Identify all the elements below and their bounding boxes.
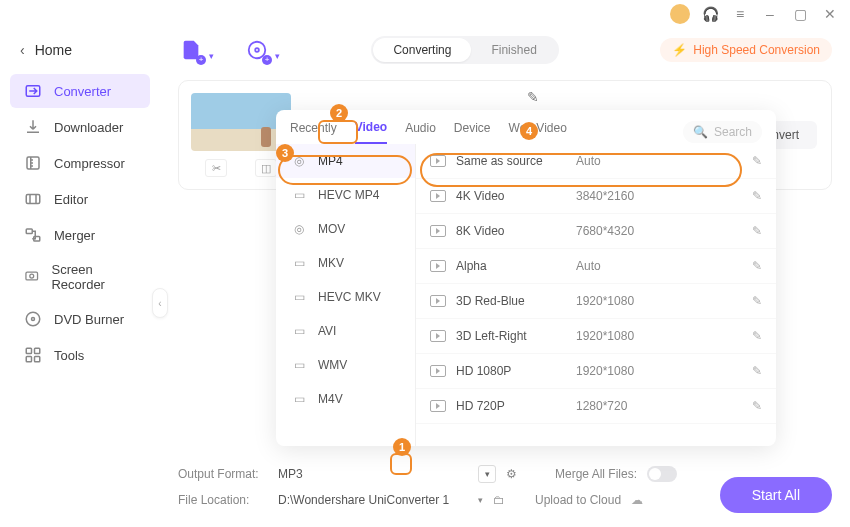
seg-converting[interactable]: Converting [373,38,471,62]
chevron-down-icon: ▾ [209,51,214,61]
sidebar-item-screen-recorder[interactable]: Screen Recorder [10,254,150,300]
output-settings-icon[interactable]: ⚙ [506,467,517,481]
sidebar-home[interactable]: ‹ Home [0,36,160,72]
close-button[interactable]: ✕ [820,4,840,24]
preset-label: 4K Video [456,189,576,203]
edit-preset-icon[interactable]: ✎ [752,154,762,168]
trim-button[interactable]: ✂ [205,159,227,177]
tab-audio[interactable]: Audio [405,121,436,143]
crop-button[interactable]: ◫ [255,159,277,177]
add-dvd-button[interactable]: + ▾ [244,37,270,63]
add-file-button[interactable]: + ▾ [178,37,204,63]
edit-icon[interactable]: ✎ [527,89,539,105]
edit-preset-icon[interactable]: ✎ [752,294,762,308]
play-icon [430,225,446,237]
sidebar-item-tools[interactable]: Tools [10,338,150,372]
preset-resolution: 1280*720 [576,399,752,413]
menu-icon[interactable]: ≡ [730,4,750,24]
format-preset-list: Same as sourceAuto✎ 4K Video3840*2160✎ 8… [416,144,776,446]
screen-recorder-icon [24,268,39,286]
svg-rect-11 [26,357,31,362]
sidebar-item-converter[interactable]: Converter [10,74,150,108]
preset-3d-left-right[interactable]: 3D Left-Right1920*1080✎ [416,319,776,354]
dvd-icon [24,310,42,328]
format-m4v[interactable]: ▭M4V [276,382,415,416]
svg-rect-3 [26,229,32,234]
format-mov[interactable]: ◎MOV [276,212,415,246]
tab-recently[interactable]: Recently [290,121,337,143]
preset-4k[interactable]: 4K Video3840*2160✎ [416,179,776,214]
tab-video[interactable]: Video [355,120,387,144]
chevron-left-icon: ‹ [20,42,25,58]
format-hevc-mkv[interactable]: ▭HEVC MKV [276,280,415,314]
format-avi[interactable]: ▭AVI [276,314,415,348]
output-format-label: Output Format: [178,467,268,481]
edit-preset-icon[interactable]: ✎ [752,329,762,343]
preset-label: Alpha [456,259,576,273]
minimize-button[interactable]: – [760,4,780,24]
open-folder-icon[interactable]: 🗀 [493,493,505,507]
sidebar-item-merger[interactable]: Merger [10,218,150,252]
format-mp4[interactable]: ◎MP4 [276,144,415,178]
preset-resolution: 1920*1080 [576,294,752,308]
avatar[interactable] [670,4,690,24]
sidebar-item-dvd-burner[interactable]: DVD Burner [10,302,150,336]
output-format-dropdown[interactable]: ▾ [478,465,496,483]
svg-rect-9 [26,348,31,353]
edit-preset-icon[interactable]: ✎ [752,259,762,273]
start-all-button[interactable]: Start All [720,477,832,513]
footer: Output Format: MP3 ▾ ⚙ Merge All Files: … [178,465,832,517]
preset-alpha[interactable]: AlphaAuto✎ [416,249,776,284]
format-wmv[interactable]: ▭WMV [276,348,415,382]
play-icon [430,155,446,167]
sidebar-item-compressor[interactable]: Compressor [10,146,150,180]
edit-preset-icon[interactable]: ✎ [752,364,762,378]
seg-finished[interactable]: Finished [471,38,556,62]
format-mkv[interactable]: ▭MKV [276,246,415,280]
preset-resolution: 1920*1080 [576,364,752,378]
support-icon[interactable]: 🎧 [700,4,720,24]
chevron-down-icon[interactable]: ▾ [478,495,483,505]
svg-rect-10 [35,348,40,353]
play-icon [430,330,446,342]
preset-3d-red-blue[interactable]: 3D Red-Blue1920*1080✎ [416,284,776,319]
merger-icon [24,226,42,244]
high-speed-toggle[interactable]: ⚡ High Speed Conversion [660,38,832,62]
hevc-icon: ▭ [290,188,308,202]
film-icon: ▭ [290,358,308,372]
format-hevc-mp4[interactable]: ▭HEVC MP4 [276,178,415,212]
format-search[interactable]: 🔍 Search [683,121,762,143]
play-icon [430,400,446,412]
tab-web-video[interactable]: Web Video [509,121,567,143]
format-label: HEVC MKV [318,290,381,304]
preset-hd-1080p[interactable]: HD 1080P1920*1080✎ [416,354,776,389]
sidebar-item-downloader[interactable]: Downloader [10,110,150,144]
cloud-icon[interactable]: ☁ [631,493,643,507]
edit-preset-icon[interactable]: ✎ [752,224,762,238]
preset-same-as-source[interactable]: Same as sourceAuto✎ [416,144,776,179]
preset-hd-720p[interactable]: HD 720P1280*720✎ [416,389,776,424]
format-label: MKV [318,256,344,270]
sidebar-item-label: Editor [54,192,88,207]
high-speed-label: High Speed Conversion [693,43,820,57]
tab-device[interactable]: Device [454,121,491,143]
merge-files-toggle[interactable] [647,466,677,482]
edit-preset-icon[interactable]: ✎ [752,189,762,203]
sidebar-item-label: Tools [54,348,84,363]
maximize-button[interactable]: ▢ [790,4,810,24]
compressor-icon [24,154,42,172]
sidebar-item-label: Screen Recorder [51,262,136,292]
edit-preset-icon[interactable]: ✎ [752,399,762,413]
play-icon [430,365,446,377]
sidebar-item-label: Merger [54,228,95,243]
format-label: M4V [318,392,343,406]
preset-8k[interactable]: 8K Video7680*4320✎ [416,214,776,249]
tools-icon [24,346,42,364]
upload-cloud-label: Upload to Cloud [535,493,621,507]
svg-rect-2 [26,195,40,204]
sidebar: ‹ Home Converter Downloader Compressor E… [0,28,160,527]
sidebar-item-editor[interactable]: Editor [10,182,150,216]
format-label: AVI [318,324,336,338]
search-icon: 🔍 [693,125,708,139]
preset-label: 8K Video [456,224,576,238]
